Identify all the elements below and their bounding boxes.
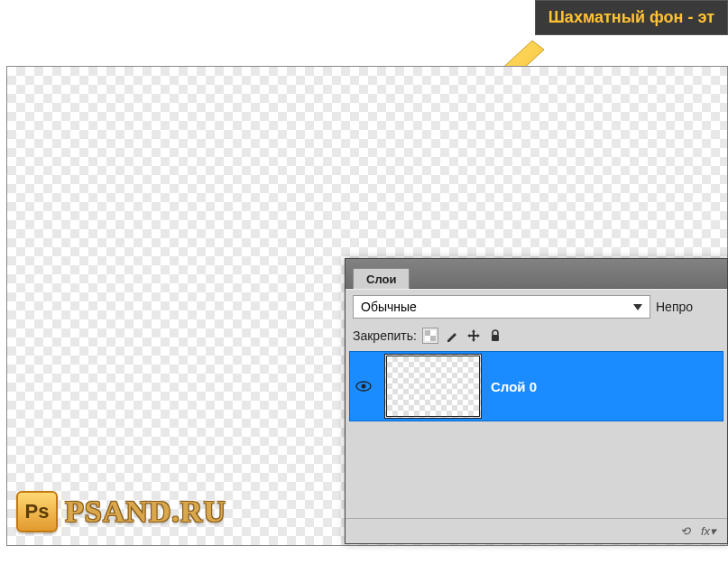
- watermark: Ps PSAND.RU: [16, 491, 226, 532]
- lock-row: Закрепить:: [346, 324, 727, 347]
- link-layers-icon[interactable]: ⟲: [680, 524, 690, 538]
- lock-all-icon[interactable]: [487, 328, 503, 344]
- annotation-tooltip: Шахматный фон - эт: [535, 0, 728, 35]
- lock-label: Закрепить:: [353, 328, 417, 343]
- tooltip-text: Шахматный фон - эт: [548, 8, 714, 26]
- svg-rect-2: [430, 330, 436, 336]
- lock-transparency-icon[interactable]: [422, 328, 438, 344]
- svg-point-6: [362, 384, 366, 389]
- blend-mode-select[interactable]: Обычные: [353, 295, 650, 319]
- svg-rect-0: [425, 330, 430, 336]
- blend-row: Обычные Непро: [346, 290, 727, 324]
- layers-panel: Слои Обычные Непро Закрепить:: [345, 258, 728, 544]
- visibility-eye-icon[interactable]: [352, 381, 375, 392]
- svg-rect-3: [425, 336, 430, 341]
- layer-thumbnail[interactable]: [384, 354, 482, 419]
- ps-logo-icon: Ps: [16, 491, 58, 532]
- svg-rect-1: [430, 336, 436, 341]
- blend-mode-value: Обычные: [361, 300, 417, 314]
- svg-rect-4: [492, 335, 499, 341]
- panel-tabs: Слои: [346, 259, 727, 289]
- layer-list: Слой 0: [346, 347, 727, 518]
- tab-layers[interactable]: Слои: [353, 268, 410, 289]
- panel-body: Обычные Непро Закрепить:: [346, 289, 727, 543]
- lock-brush-icon[interactable]: [444, 328, 460, 344]
- panel-footer: ⟲ fx▾: [346, 518, 727, 543]
- opacity-label: Непро: [656, 300, 693, 314]
- chevron-down-icon: [633, 304, 642, 310]
- lock-move-icon[interactable]: [465, 328, 482, 344]
- watermark-text: PSAND.RU: [65, 495, 226, 529]
- layer-row[interactable]: Слой 0: [349, 351, 723, 421]
- fx-icon[interactable]: fx▾: [701, 524, 716, 538]
- layer-name[interactable]: Слой 0: [491, 379, 537, 394]
